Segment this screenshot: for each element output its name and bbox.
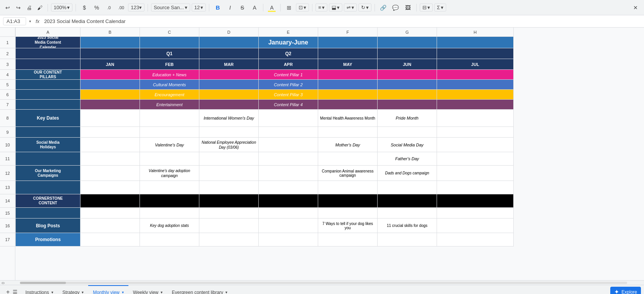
- tab-weekly-view[interactable]: Weekly view ▾: [128, 285, 167, 294]
- col-header-a[interactable]: A: [15, 28, 80, 36]
- cell-c2[interactable]: Q1: [140, 48, 199, 59]
- cell-c3[interactable]: FEB: [140, 59, 199, 70]
- redo-icon[interactable]: ↪: [14, 3, 23, 12]
- cell-a13[interactable]: [15, 181, 80, 194]
- cell-a15[interactable]: [15, 208, 80, 218]
- cell-d2[interactable]: [199, 48, 259, 59]
- cell-h5[interactable]: [437, 80, 514, 90]
- cell-g6[interactable]: [378, 90, 437, 100]
- zoom-selector[interactable]: 100% ▾: [51, 3, 72, 11]
- cell-b1[interactable]: [80, 37, 140, 48]
- cell-g1[interactable]: [378, 37, 437, 48]
- decimal1-button[interactable]: .0: [104, 2, 114, 13]
- cell-d6[interactable]: [199, 90, 259, 100]
- more-button[interactable]: ✕: [630, 2, 641, 13]
- cell-d15[interactable]: [199, 208, 259, 218]
- cell-f7[interactable]: [318, 100, 378, 110]
- format-dropdown[interactable]: 123▾: [128, 3, 145, 11]
- tab-instructions-chevron[interactable]: ▾: [51, 290, 53, 294]
- cell-b7[interactable]: [80, 100, 140, 110]
- cell-c17[interactable]: [140, 233, 199, 246]
- row-header-13[interactable]: 13: [0, 181, 15, 194]
- cell-a7[interactable]: [15, 100, 80, 110]
- cell-f10[interactable]: Mother's Day: [318, 138, 378, 152]
- scrollbar-thumb[interactable]: [20, 282, 66, 284]
- cell-f8[interactable]: Mental Health Awareness Month: [318, 110, 378, 127]
- row-header-12[interactable]: 12: [0, 166, 15, 181]
- row-header-15[interactable]: 15: [0, 208, 15, 218]
- cell-h3[interactable]: JUL: [437, 59, 514, 70]
- cell-c8[interactable]: [140, 110, 199, 127]
- cell-h2[interactable]: [437, 48, 514, 59]
- strikethrough-button[interactable]: S: [237, 2, 248, 13]
- align-dropdown[interactable]: ≡ ▾: [315, 3, 327, 11]
- cell-e3[interactable]: APR: [259, 59, 318, 70]
- decimal2-button[interactable]: .00: [116, 2, 127, 13]
- cell-a12[interactable]: Our MarketingCampaigns: [15, 166, 80, 181]
- cell-h13[interactable]: [437, 181, 514, 194]
- cell-b3[interactable]: JAN: [80, 59, 140, 70]
- italic-button[interactable]: I: [225, 2, 235, 13]
- row-header-5[interactable]: 5: [0, 80, 15, 90]
- cell-g7[interactable]: [378, 100, 437, 110]
- cell-d17[interactable]: [199, 233, 259, 246]
- functions-dropdown[interactable]: Σ ▾: [434, 3, 446, 11]
- cell-d3[interactable]: MAR: [199, 59, 259, 70]
- cell-e15[interactable]: [259, 208, 318, 218]
- cell-f11[interactable]: [318, 152, 378, 166]
- cell-b5[interactable]: [80, 80, 140, 90]
- cell-e16[interactable]: [259, 218, 318, 233]
- cell-d14[interactable]: [199, 194, 259, 208]
- row-header-8[interactable]: 8: [0, 110, 15, 127]
- cell-c11[interactable]: [140, 152, 199, 166]
- add-sheet-button[interactable]: +: [3, 289, 13, 294]
- cell-h15[interactable]: [437, 208, 514, 218]
- cell-a6[interactable]: [15, 90, 80, 100]
- cell-a17[interactable]: Promotions: [15, 233, 80, 246]
- cell-d8[interactable]: International Women's Day: [199, 110, 259, 127]
- cell-g11[interactable]: Father's Day: [378, 152, 437, 166]
- sheet-menu-button[interactable]: ☰: [13, 289, 18, 294]
- cell-g14[interactable]: [378, 194, 437, 208]
- row-header-1[interactable]: 1: [0, 37, 15, 48]
- row-header-14[interactable]: 14: [0, 194, 15, 208]
- explore-button[interactable]: ✦ Explore: [610, 287, 641, 294]
- horizontal-scrollbar[interactable]: ‹ ›: [0, 280, 644, 285]
- col-header-e[interactable]: E: [259, 28, 318, 36]
- cell-e6[interactable]: Content Pillar 3: [259, 90, 318, 100]
- row-header-2[interactable]: 2: [0, 48, 15, 59]
- cell-e11[interactable]: [259, 152, 318, 166]
- cell-b4[interactable]: [80, 70, 140, 80]
- col-header-h[interactable]: H: [437, 28, 514, 36]
- cell-h17[interactable]: [437, 233, 514, 246]
- font-dropdown[interactable]: Source San... ▾: [151, 3, 190, 11]
- cell-e8[interactable]: [259, 110, 318, 127]
- cell-d1[interactable]: [199, 37, 259, 48]
- cell-f14[interactable]: [318, 194, 378, 208]
- cell-c9[interactable]: [140, 127, 199, 138]
- row-header-9[interactable]: 9: [0, 127, 15, 138]
- cell-a11[interactable]: [15, 152, 80, 166]
- cell-b8[interactable]: [80, 110, 140, 127]
- cell-e1[interactable]: January-June: [259, 37, 318, 48]
- tab-strategy-chevron[interactable]: ▾: [82, 290, 84, 294]
- formula-content[interactable]: 2023 Social Media Content Calendar: [44, 18, 641, 24]
- cell-b15[interactable]: [80, 208, 140, 218]
- tab-evergreen[interactable]: Evergreen content library ▾: [167, 285, 232, 294]
- cell-b17[interactable]: [80, 233, 140, 246]
- row-header-10[interactable]: 10: [0, 138, 15, 152]
- cell-b2[interactable]: [80, 48, 140, 59]
- rotation-dropdown[interactable]: ↻ ▾: [358, 3, 371, 11]
- merge-dropdown[interactable]: ⊡ ▾: [296, 3, 309, 11]
- percent-button[interactable]: %: [91, 2, 102, 13]
- cell-c4[interactable]: Education + News: [140, 70, 199, 80]
- cell-c15[interactable]: [140, 208, 199, 218]
- cell-d5[interactable]: [199, 80, 259, 90]
- row-header-4[interactable]: 4: [0, 70, 15, 80]
- cell-g5[interactable]: [378, 80, 437, 90]
- cell-a10[interactable]: Social MediaHolidays: [15, 138, 80, 152]
- cell-d11[interactable]: [199, 152, 259, 166]
- row-header-17[interactable]: 17: [0, 233, 15, 246]
- cell-f15[interactable]: [318, 208, 378, 218]
- cell-a14[interactable]: CORNERSTONECONTENT: [15, 194, 80, 208]
